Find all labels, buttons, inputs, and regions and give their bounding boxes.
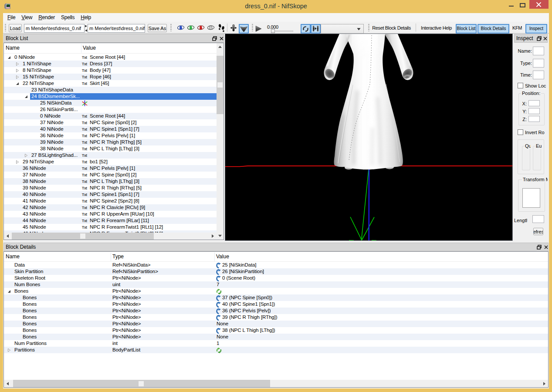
block-details-toggle[interactable]: Block Details — [477, 24, 509, 34]
close-icon[interactable] — [543, 36, 548, 41]
block-list-row[interactable]: 36 NiNodeTxtNPC Pelvis [Pelv] [1] — [4, 165, 217, 172]
viewport-3d[interactable] — [225, 34, 513, 241]
inspect-toggle[interactable]: Inspect — [525, 24, 547, 34]
z-input[interactable] — [528, 116, 540, 122]
block-list-row[interactable]: 24 BSDismemberSk... — [4, 93, 217, 100]
kfm-toggle[interactable]: KFM — [511, 25, 524, 30]
block-list-row[interactable]: 25 NiSkinData — [4, 100, 217, 106]
menu-help[interactable]: Help — [78, 13, 94, 22]
draw-furniture-footsteps-icon[interactable] — [218, 24, 225, 32]
draw-hidden-eye-red-icon[interactable] — [197, 25, 204, 30]
scroll-up-arrow[interactable] — [217, 43, 224, 51]
toolbar-handle[interactable] — [5, 24, 6, 31]
block-list-row[interactable]: 44 NiNodeTxtNPC R Forearm [RLar] [11] — [4, 217, 217, 224]
menu-render[interactable]: Render — [35, 13, 58, 22]
type-input[interactable] — [533, 59, 544, 68]
time-slider-thumb[interactable] — [271, 29, 275, 33]
pingpong-animation-toggle[interactable] — [311, 24, 321, 34]
block-details-row[interactable]: BonesPtr<NiNode>39 (NPC R Thigh [RThg]) — [4, 314, 548, 321]
column-name[interactable]: Name — [6, 253, 20, 260]
expand-arrow-expanded[interactable] — [24, 95, 28, 98]
column-divider[interactable] — [111, 253, 111, 261]
column-value[interactable]: Value — [83, 45, 96, 51]
block-details-row[interactable]: BonesPtr<NiNode>36 (NPC Pelvis [Pelv]) — [4, 308, 548, 314]
block-list-row[interactable]: 42 NiNodeTxtNPC R Clavicle [RClv] [9] — [4, 204, 217, 211]
block-list-row[interactable]: 45 NiNodeTxtNPC R ForearmTwist1 [RLt1] [… — [4, 224, 217, 230]
block-details-hscrollbar[interactable] — [4, 380, 548, 387]
block-list-row[interactable]: 8 NiTriShapeTxtBody [47] — [4, 67, 217, 74]
scroll-thumb[interactable] — [13, 380, 270, 387]
expand-arrow-collapsed[interactable] — [7, 348, 11, 352]
block-list-row[interactable]: 1 NiTriShapeTxtDress [37] — [4, 61, 217, 67]
block-details-row[interactable]: Num Bonesuint7 — [4, 281, 548, 288]
close-icon[interactable] — [219, 36, 224, 41]
block-list-row[interactable]: 39 NiNodeTxtNPC R Thigh [RThg] [5] — [4, 139, 217, 145]
block-list-row[interactable]: 40 NiNodeTxtNPC Spine1 [Spn1] [7] — [4, 126, 217, 132]
menu-file[interactable]: File — [4, 13, 18, 22]
block-list-row[interactable]: 40 NiNodeTxtNPC Spine1 [Spn1] [7] — [4, 191, 217, 198]
view-walk-toggle[interactable] — [239, 24, 249, 34]
refresh-button[interactable]: Refresh — [533, 228, 543, 235]
reference-axes-icon[interactable] — [230, 24, 237, 31]
save-path-input[interactable]: m Mender\test\dress_0.nif — [88, 24, 145, 33]
block-details-dock-title[interactable]: Block Details — [3, 243, 549, 251]
reset-block-details-button[interactable]: Reset Block Details — [371, 25, 412, 30]
time-input[interactable] — [533, 71, 544, 79]
block-list-row[interactable]: 39 NiNodeTxtNPC R Thigh [RThg] [5] — [4, 185, 217, 191]
expand-arrow-expanded[interactable] — [7, 290, 11, 293]
y-input[interactable] — [528, 108, 540, 114]
inspect-dock-title[interactable]: Inspect — [514, 34, 548, 43]
float-icon[interactable] — [212, 36, 217, 41]
block-list-row[interactable]: 27 BSLightingShad...Txt — [4, 152, 217, 159]
block-details-row[interactable]: DataRef<NiSkinData>25 [NiSkinData] — [4, 262, 548, 268]
titlebar[interactable]: dress_0.nif - NifSkope — [0, 0, 552, 13]
block-list-row[interactable]: 38 NiNodeTxtNPC L Thigh [LThg] [3] — [4, 178, 217, 185]
toolbar-handle[interactable] — [368, 24, 369, 31]
block-details-row[interactable]: Skin PartitionRef<NiSkinPartition>26 [Ni… — [4, 268, 548, 275]
x-input[interactable] — [528, 100, 540, 106]
scroll-down-arrow[interactable] — [217, 232, 224, 240]
scroll-thumb[interactable] — [12, 233, 154, 240]
expand-arrow-collapsed[interactable] — [16, 75, 19, 79]
block-details-row[interactable]: BonesPtr<NiNode>None — [4, 334, 548, 340]
menu-view[interactable]: View — [18, 13, 35, 22]
draw-avatars-eye-blue-icon[interactable] — [177, 25, 184, 30]
block-list-dock-title[interactable]: Block List — [3, 34, 224, 43]
block-list-row[interactable]: 37 NiNodeTxtNPC Spine [Spn0] [2] — [4, 172, 217, 178]
expand-arrow-collapsed[interactable] — [16, 69, 19, 72]
expand-arrow-expanded[interactable] — [16, 82, 19, 85]
block-list-row[interactable]: 43 NiNodeTxtNPC R UpperArm [RUar] [10] — [4, 211, 217, 217]
float-icon[interactable] — [537, 36, 542, 41]
scroll-right-arrow[interactable] — [541, 380, 548, 387]
block-details-row[interactable]: Skeleton RootPtr<NiNode>0 (Scene Root) — [4, 275, 548, 281]
draw-nodes-eye-green-icon[interactable] — [187, 25, 194, 30]
menu-spells[interactable]: Spells — [58, 13, 78, 22]
scroll-left-arrow[interactable] — [4, 233, 11, 240]
block-list-row[interactable]: 23 NiTriShapeData — [4, 87, 217, 93]
block-list-row[interactable]: 26 NiSkinPartiti... — [4, 106, 217, 113]
block-list-row[interactable]: 38 NiNodeTxtNPC L Thigh [LThg] [3] — [4, 145, 217, 152]
toolbar-handle[interactable] — [170, 24, 172, 31]
expand-arrow-expanded[interactable] — [7, 56, 11, 59]
block-list-row[interactable]: 0 NiNodeTxtScene Root [44] — [4, 54, 217, 61]
expand-arrow-collapsed[interactable] — [24, 154, 28, 157]
block-list-row[interactable]: 29 NiTriShapeTxtbo1 [52] — [4, 159, 217, 165]
swap-direction-arrows[interactable] — [85, 24, 88, 32]
block-list-row[interactable]: 36 NiNodeTxtNPC Pelvis [Pelv] [1] — [4, 132, 217, 139]
column-divider[interactable] — [81, 44, 81, 53]
interactive-help-toggle[interactable]: Interactive Help — [418, 25, 454, 30]
block-list-row[interactable]: 15 NiTriShapeTxtRope [46] — [4, 74, 217, 80]
float-icon[interactable] — [537, 245, 542, 250]
column-name[interactable]: Name — [6, 45, 20, 51]
block-details-row[interactable]: PartitionsBodyPartList — [4, 347, 548, 353]
minimize-button[interactable] — [508, 1, 515, 9]
name-input[interactable] — [533, 47, 544, 55]
show-local-checkbox[interactable] — [518, 83, 523, 88]
save-as-button[interactable]: Save As — [148, 24, 167, 32]
block-list-row[interactable]: 0 NiNodeTxtScene Root [44] — [4, 113, 217, 119]
block-list-row[interactable]: 41 NiNodeTxtNPC Spine2 [Spn2] [8] — [4, 198, 217, 204]
maximize-button[interactable] — [519, 3, 526, 8]
column-type[interactable]: Type — [112, 253, 124, 260]
play-icon[interactable] — [255, 26, 262, 32]
block-list-hscrollbar[interactable] — [4, 233, 217, 240]
